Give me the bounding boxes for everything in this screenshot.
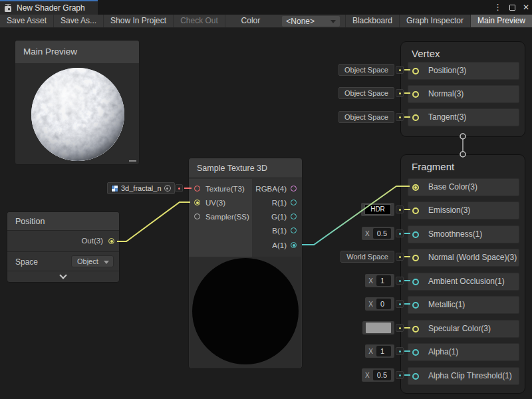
normal-ws-stub (404, 256, 410, 257)
port-specular-color[interactable] (412, 326, 419, 332)
port-alpha[interactable] (412, 349, 419, 356)
smoothness-float-widget[interactable]: X 0.5 (362, 227, 394, 240)
emission-stub (404, 209, 410, 210)
alpha-clip-float-widget[interactable]: X 0.5 (362, 368, 394, 382)
port-position-out[interactable] (108, 238, 114, 244)
texture-asset-pill[interactable]: 3d_fractal_n (107, 182, 175, 194)
port-texture-input[interactable] (194, 186, 200, 192)
vertex-normal-space-pill[interactable]: Object Space (338, 87, 394, 99)
sample-output-b[interactable]: B(1) (272, 223, 302, 237)
port-rgba-output[interactable] (291, 186, 297, 192)
alpha-float-widget[interactable]: X 1 (365, 344, 394, 358)
specular-color-widget[interactable] (362, 321, 394, 334)
vertex-tangent-space-pill[interactable]: Object Space (338, 111, 394, 123)
dropdown-arrow-icon (104, 261, 109, 264)
port-sampler-input[interactable] (194, 213, 200, 219)
port-base-color[interactable] (412, 184, 419, 191)
show-in-project-button[interactable]: Show In Project (104, 15, 174, 27)
main-preview-toggle[interactable]: Main Preview (471, 15, 532, 27)
main-preview-panel[interactable]: Main Preview (15, 40, 140, 165)
vertex-normal-connector-dot (396, 89, 404, 97)
port-a-output[interactable] (291, 242, 297, 248)
maximize-icon[interactable] (509, 5, 515, 11)
port-smoothness[interactable] (412, 231, 419, 238)
port-r-output[interactable] (291, 200, 297, 205)
vertex-context-node[interactable]: Vertex Position(3) Normal(3) Tangent(3) (400, 41, 525, 137)
object-picker-icon[interactable] (164, 185, 171, 192)
fragment-row-smoothness[interactable]: Smoothness(1) (408, 225, 519, 243)
fragment-row-ambient-occlusion[interactable]: Ambient Occlusion(1) (408, 273, 519, 291)
preview-sphere (31, 67, 125, 162)
sample-input-uv[interactable]: UV(3) (189, 196, 225, 209)
save-asset-button[interactable]: Save Asset (0, 15, 54, 27)
sample-input-texture[interactable]: Texture(T3) (189, 182, 245, 196)
toolbar-spacer (225, 15, 240, 27)
document-tab[interactable]: New Shader Graph (0, 0, 98, 15)
blackboard-toggle[interactable]: Blackboard (345, 15, 400, 27)
edge-position-to-uv[interactable] (117, 202, 190, 241)
metallic-float-widget[interactable]: X 0 (365, 297, 394, 311)
sample-output-rgba[interactable]: RGBA(4) (255, 182, 302, 196)
alpha-clip-value-field[interactable]: 0.5 (373, 370, 391, 380)
vertex-row-position[interactable]: Position(3) (408, 62, 519, 80)
color-mode-dropdown[interactable]: <None> (282, 16, 340, 27)
texture-thumbnail-icon (111, 185, 118, 192)
sample-input-sampler[interactable]: Sampler(SS) (189, 209, 249, 223)
specular-color-swatch[interactable] (366, 323, 391, 333)
port-metallic[interactable] (412, 302, 419, 309)
smoothness-value-field[interactable]: 0.5 (373, 228, 391, 239)
close-icon[interactable]: ✕ (523, 3, 529, 12)
resize-grip[interactable] (129, 160, 136, 162)
alpha-clip-connector-dot (396, 371, 404, 379)
sample-texture-3d-node[interactable]: Sample Texture 3D Texture(T3) UV(3) Samp… (188, 158, 303, 369)
metallic-stub (404, 303, 410, 305)
save-as-button[interactable]: Save As... (54, 15, 104, 27)
emission-hdr-widget[interactable]: HDR (361, 203, 394, 216)
sample-output-r[interactable]: R(1) (272, 196, 302, 209)
fragment-row-specular-color[interactable]: Specular Color(3) (408, 320, 519, 338)
port-normal-ws[interactable] (412, 255, 419, 261)
metallic-value-field[interactable]: 0 (376, 299, 391, 309)
sample-output-g[interactable]: G(1) (271, 209, 302, 223)
position-node-title: Position (7, 212, 119, 231)
collapse-chevron-icon[interactable] (59, 271, 66, 279)
emission-hdr-swatch[interactable]: HDR (364, 204, 391, 215)
port-ambient-occlusion[interactable] (412, 279, 419, 285)
port-vertex-position[interactable] (412, 68, 419, 74)
ambient-occlusion-value-field[interactable]: 1 (376, 275, 391, 286)
port-emission[interactable] (412, 207, 419, 214)
fragment-row-alpha[interactable]: Alpha(1) (408, 343, 519, 361)
port-uv-input[interactable] (194, 200, 200, 205)
ambient-occlusion-float-widget[interactable]: X 1 (365, 274, 394, 287)
menu-kebab-icon[interactable]: ⋮ (493, 0, 502, 15)
port-alpha-clip[interactable] (412, 373, 419, 380)
vertex-row-tangent[interactable]: Tangent(3) (408, 108, 519, 126)
position-node[interactable]: Position Out(3) Space Object (7, 211, 120, 283)
normal-ws-space-pill[interactable]: World Space (340, 251, 394, 263)
alpha-value-field[interactable]: 1 (376, 346, 391, 356)
port-b-output[interactable] (291, 227, 297, 233)
shader-graph-window: New Shader Graph ⋮ ✕ Save Asset Save As.… (0, 0, 532, 399)
port-g-output[interactable] (291, 213, 297, 219)
port-vertex-normal[interactable] (412, 91, 419, 98)
port-vertex-tangent[interactable] (412, 114, 419, 121)
vertex-position-stub (404, 69, 410, 70)
vertex-position-space-pill[interactable]: Object Space (338, 64, 394, 76)
graph-canvas[interactable]: Vertex Position(3) Normal(3) Tangent(3) … (0, 28, 532, 399)
fragment-row-normal-ws[interactable]: Normal (World Space)(3) (408, 249, 519, 267)
vertex-row-normal[interactable]: Normal(3) (408, 85, 519, 103)
texture-asset-name: 3d_fractal_n (121, 184, 162, 192)
fragment-row-base-color[interactable]: Base Color(3) (408, 178, 519, 196)
fragment-row-metallic[interactable]: Metallic(1) (408, 296, 519, 314)
space-dropdown[interactable]: Object (71, 255, 114, 267)
sample-output-a[interactable]: A(1) (272, 238, 302, 252)
fragment-row-alpha-clip[interactable]: Alpha Clip Threshold(1) (408, 367, 519, 385)
fragment-row-emission[interactable]: Emission(3) (408, 201, 519, 219)
color-mode-label: Color Mode (240, 15, 283, 27)
position-node-footer[interactable] (7, 271, 119, 282)
fragment-context-node[interactable]: Fragment Base Color(3) Emission(3) Smoot… (400, 154, 525, 394)
vertex-position-connector-dot (396, 66, 404, 74)
normal-ws-connector-dot (396, 253, 404, 261)
graph-inspector-toggle[interactable]: Graph Inspector (400, 15, 471, 27)
main-preview-header[interactable]: Main Preview (15, 41, 139, 63)
